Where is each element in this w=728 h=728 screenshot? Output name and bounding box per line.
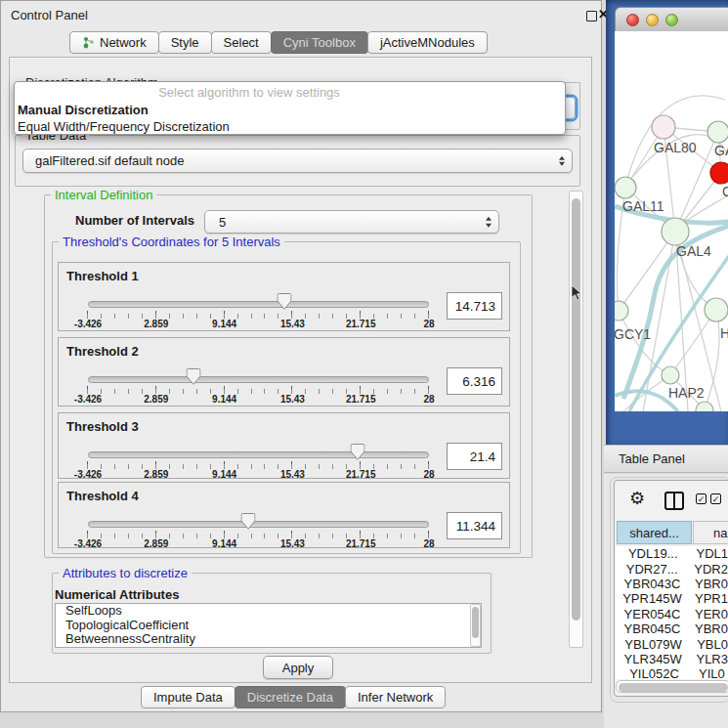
table-row[interactable]: YBL079W YBL0 [616,636,728,651]
tab-network[interactable]: Network [69,31,159,54]
screen: Control Panel ✕ Network Style Select Cyn… [0,0,728,728]
cell-name[interactable]: YBL0 [691,637,728,652]
table-row[interactable]: YDR27... YDR2 [616,561,728,576]
apply-button[interactable]: Apply [263,656,333,679]
tab-impute-data[interactable]: Impute Data [141,686,236,708]
top-tab-bar: Network Style Select Cyni Toolbox jActiv… [69,31,487,54]
threshold-1-slider[interactable]: -3.4262.8599.14415.4321.71528 [88,292,429,331]
cell-name[interactable]: YDR2 [688,562,728,577]
group-title: Interval Definition [51,188,156,202]
network-node[interactable] [615,301,628,321]
dropdown-item-equal-width-frequency[interactable]: Equal Width/Frequency Discretization [15,118,565,135]
threshold-4-slider[interactable]: -3.4262.8599.14415.4321.71528 [88,512,429,551]
slider-track[interactable] [88,451,429,458]
network-node[interactable] [710,162,728,184]
cell-shared-name[interactable]: YBL079W [616,637,691,652]
cell-name[interactable]: YDL1 [690,546,728,561]
cell-shared-name[interactable]: YPR145W [616,591,689,606]
attributes-list-scrollbar[interactable] [470,604,481,647]
float-window-icon[interactable] [586,11,597,21]
column-header-name[interactable]: na [693,521,728,544]
table-row[interactable]: YPR145W YPR1 [616,591,728,606]
network-node[interactable] [662,218,689,245]
threshold-4-value-field[interactable]: 11.344 [447,512,502,539]
table-horizontal-scrollbar[interactable] [616,680,728,693]
tick-label: 21.715 [346,319,376,329]
control-panel-window: Control Panel ✕ Network Style Select Cyn… [0,0,602,712]
scrollbar-thumb[interactable] [619,683,728,692]
cell-name[interactable]: YBR0 [689,621,728,636]
network-node[interactable] [652,115,675,139]
table-row[interactable]: YDL19... YDL1 [616,546,728,561]
table-panel-titlebar: Table Panel [604,445,728,473]
table-row[interactable]: YLR345W YLR3 [616,652,728,666]
threshold-3-value-field[interactable]: 21.4 [447,443,502,470]
minimize-traffic-light[interactable] [646,14,659,26]
cell-shared-name[interactable]: YLR345W [616,652,690,666]
settings-gear-icon[interactable]: ⚙ [629,490,645,507]
dropdown-item-manual-discretization[interactable]: Manual Discretization [15,102,565,118]
cell-name[interactable]: YLR3 [690,652,728,666]
slider-thumb[interactable] [187,368,201,385]
node-label: HA [720,325,728,341]
tab-jactivemnodules[interactable]: jActiveMNodules [367,31,488,54]
table-row[interactable]: YBR045C YBR0 [616,621,728,636]
network-node[interactable] [705,298,728,321]
tick-label: -3.426 [74,538,102,549]
threshold-3-slider[interactable]: -3.4262.8599.14415.4321.71528 [88,443,429,482]
cell-name[interactable]: YIL0 [693,666,725,679]
numerical-attributes-list[interactable]: SelfLoopsTopologicalCoefficientBetweenne… [55,603,482,648]
tab-style[interactable]: Style [158,31,212,54]
select-all-checkbox-icon-2[interactable]: ✓ [710,493,721,504]
tab-infer-network[interactable]: Infer Network [345,686,446,708]
scrollbar-thumb[interactable] [572,198,580,621]
tab-select[interactable]: Select [211,31,272,54]
network-node[interactable] [707,121,728,143]
attribute-list-item[interactable]: BetweennessCentrality [56,632,481,647]
network-node[interactable] [615,177,636,198]
slider-track[interactable] [88,301,429,308]
threshold-2-slider[interactable]: -3.4262.8599.14415.4321.71528 [88,367,429,407]
slider-thumb[interactable] [278,293,292,310]
number-of-intervals-combobox[interactable]: 5 [204,210,499,234]
tab-label: Network [100,35,147,50]
scrollbar-thumb[interactable] [472,607,479,638]
slider-thumb[interactable] [241,513,256,530]
network-node[interactable] [662,366,679,384]
threshold-1-value-field[interactable]: 14.713 [447,292,502,320]
cell-name[interactable]: YPR1 [689,591,728,606]
algorithm-dropdown-popup: Select algorithm to view settings Manual… [14,81,566,135]
threshold-2-value-field[interactable]: 6.316 [447,367,502,395]
table-row[interactable]: YIL052C YIL0 [616,666,728,679]
attribute-list-item[interactable]: TopologicalCoefficient [56,619,481,633]
network-window-titlebar[interactable] [615,7,728,31]
tick-labels: -3.4262.8599.14415.4321.71528 [88,538,429,549]
zoom-traffic-light[interactable] [665,14,678,26]
split-table-icon[interactable] [664,492,684,510]
tab-cyni-toolbox[interactable]: Cyni Toolbox [271,31,368,54]
cell-name[interactable]: YBR0 [689,577,728,591]
cell-shared-name[interactable]: YBR045C [616,621,689,636]
cell-name[interactable]: YER0 [689,607,728,621]
attribute-list-item[interactable]: SelfLoops [56,604,481,619]
network-canvas[interactable]: GAL80GACAGAL11GAL4GCY1HAHAP2 [615,31,728,411]
tick-label: 9.144 [212,319,236,329]
cell-shared-name[interactable]: YER054C [616,607,689,621]
settings-scrollbar[interactable] [569,191,583,648]
slider-track[interactable] [88,521,429,528]
table-row[interactable]: YBR043C YBR0 [616,577,728,591]
cell-shared-name[interactable]: YIL052C [616,666,693,679]
cell-shared-name[interactable]: YDR27... [616,562,688,577]
close-traffic-light[interactable] [626,14,639,26]
slider-thumb[interactable] [350,444,364,460]
select-all-checkbox-icon[interactable]: ✓ [696,493,707,504]
table-data-combobox[interactable]: galFiltered.sif default node [22,149,573,173]
tab-label: Select [224,35,259,50]
slider-track[interactable] [88,376,429,383]
column-header-shared-name[interactable]: shared... [617,521,692,544]
tab-discretize-data[interactable]: Discretize Data [235,686,346,708]
cell-shared-name[interactable]: YBR043C [616,577,689,591]
table-row[interactable]: YER054C YER0 [616,607,728,621]
cell-shared-name[interactable]: YDL19... [616,546,690,561]
node-table[interactable]: YDL19... YDL1 YDR27... YDR2 YBR043C YBR0… [616,546,728,679]
